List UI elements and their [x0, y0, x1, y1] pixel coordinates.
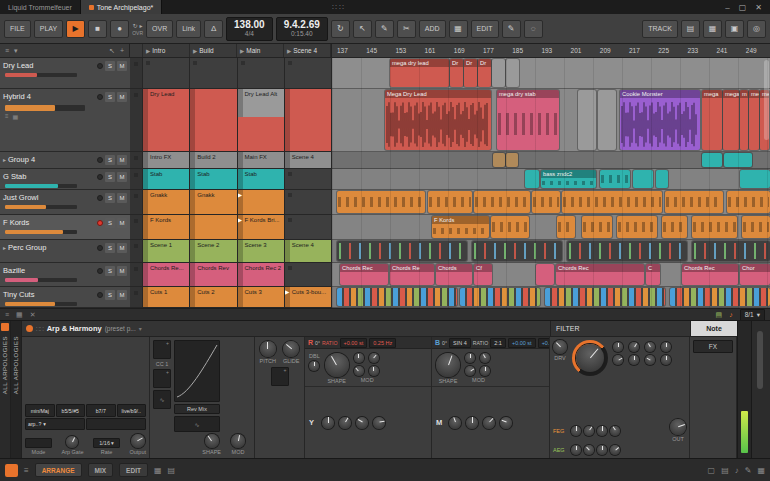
arranger-clip[interactable]	[493, 153, 505, 167]
arranger-clip[interactable]	[742, 216, 770, 238]
cutoff-knob[interactable]	[572, 340, 608, 376]
chord-button-2[interactable]: b5/5/#5	[56, 404, 86, 417]
arranger-clip[interactable]	[656, 170, 668, 188]
arranger-clip[interactable]	[740, 170, 770, 188]
shape-knob[interactable]	[205, 434, 219, 448]
device-sidebar-tab-2[interactable]: ALL ARPOLOGIES	[11, 321, 22, 458]
solo-button[interactable]: S	[105, 266, 115, 276]
device-power-button[interactable]	[26, 325, 33, 332]
overdub-mini-label[interactable]: OVR	[132, 30, 143, 36]
track-row[interactable]: Dry LeadSM	[0, 58, 130, 89]
note-tab[interactable]: Note	[690, 321, 737, 336]
mixer-icon[interactable]: ▦	[449, 20, 468, 38]
arp-pattern-select[interactable]: arp..? ▾	[25, 418, 85, 430]
arranger-track-lane[interactable]: mega dry leadDrDrDr	[332, 58, 770, 89]
scene-play-icon[interactable]: ▶	[240, 48, 244, 54]
aeg-knob-1[interactable]	[571, 445, 581, 455]
mod-source-4[interactable]: +	[271, 367, 289, 386]
tempo-value[interactable]: 138.00	[234, 19, 265, 30]
clip-cell[interactable]: Cuts 1	[143, 287, 190, 307]
clip-cell[interactable]: ▶	[238, 190, 285, 214]
scene-header-2[interactable]: ▶Build	[190, 44, 237, 57]
add-icon[interactable]: +	[120, 47, 124, 54]
arranger-track-lane[interactable]: bass zndc2	[332, 169, 770, 190]
mod-source-3[interactable]: ∿	[153, 390, 171, 409]
arranger-clip[interactable]	[337, 191, 425, 213]
arranger-clip[interactable]: mega	[702, 90, 722, 150]
clip-cell[interactable]: Scene 1	[143, 240, 190, 262]
clip-cell[interactable]: Stab	[190, 169, 237, 189]
browser-panel-icon[interactable]: ▢	[708, 466, 716, 475]
scene-play-icon[interactable]: ▶	[193, 48, 197, 54]
collapse-icon[interactable]: ▾	[14, 47, 18, 55]
clip-cell[interactable]: Main FX	[238, 152, 285, 168]
mute-button[interactable]: M	[117, 243, 127, 253]
record-arm-button[interactable]	[97, 94, 103, 100]
arranger-clip[interactable]: Chords Rec	[340, 264, 388, 285]
project-tab-2[interactable]: Tone Archipelago*	[81, 0, 162, 14]
mod-source-2[interactable]: +	[153, 369, 171, 388]
arranger-clip[interactable]: Mega Dry Lead	[385, 90, 491, 150]
clear-icon[interactable]: ✕	[30, 311, 36, 319]
grid-resolution-select[interactable]: 8/1 ▾	[740, 309, 765, 321]
clip-cell[interactable]: Scene 2	[190, 240, 237, 262]
arranger-clip[interactable]	[337, 288, 457, 306]
filter-section-header[interactable]: FILTER	[550, 321, 690, 336]
add-track-button[interactable]: ADD	[419, 20, 446, 38]
time-signature[interactable]: 4/4	[245, 30, 254, 37]
osc-r-shape-knob[interactable]	[325, 353, 349, 377]
scene-header-4[interactable]: ▶Scene 4	[284, 44, 331, 57]
feg-knob-2[interactable]	[584, 426, 594, 436]
mix-view-button[interactable]: MIX	[88, 463, 114, 477]
arranger-track-lane[interactable]: F Kords	[332, 215, 770, 240]
inspector-panel-icon[interactable]: ▤	[721, 466, 729, 475]
arranger-clip[interactable]: Dr	[464, 59, 477, 87]
osc-r-mode-select[interactable]: RATIO	[322, 340, 337, 346]
rev-mix-button[interactable]: Rev Mix	[174, 404, 220, 414]
arranger-clip[interactable]: bass zndc2	[541, 170, 596, 188]
clip-cell[interactable]: Stab	[143, 169, 190, 189]
scene-play-icon[interactable]: ▶	[146, 48, 150, 54]
track-row[interactable]: Just GrowlSM	[0, 190, 130, 215]
arranger-clip[interactable]	[460, 288, 540, 306]
metronome-button[interactable]: Δ	[204, 20, 223, 38]
solo-button[interactable]: S	[105, 243, 115, 253]
record-arm-button[interactable]	[97, 174, 103, 180]
arranger-track-lane[interactable]: Chords RecChords ReChordsCfChords RecCCh…	[332, 263, 770, 287]
m-knob-3[interactable]	[483, 417, 495, 429]
clip-cell[interactable]: Build 2	[190, 152, 237, 168]
edit-view-button[interactable]: EDIT	[119, 463, 148, 477]
time-value[interactable]: 0:15.40	[291, 30, 313, 37]
arranger-clip[interactable]: me	[749, 90, 759, 150]
osc-r-phase[interactable]: 0°	[315, 340, 320, 346]
chord-button-3[interactable]: b7/7	[86, 404, 116, 417]
record-arm-button[interactable]	[97, 220, 103, 226]
arranger-clip[interactable]	[670, 288, 770, 306]
m-knob-1[interactable]	[449, 417, 461, 429]
solo-button[interactable]: S	[105, 193, 115, 203]
filter-knob-2[interactable]	[629, 342, 639, 352]
clip-stop-button[interactable]	[130, 169, 143, 189]
y-knob-3[interactable]	[356, 417, 368, 429]
osc-r-mod-knob-2[interactable]	[369, 353, 379, 363]
mod-knob[interactable]	[231, 434, 245, 448]
loop-icon[interactable]: ↻	[133, 22, 138, 29]
clip-cell[interactable]	[285, 169, 332, 189]
arranger-clip[interactable]: Dr	[450, 59, 463, 87]
arranger-clip[interactable]	[727, 191, 770, 213]
device-preset-select[interactable]: (preset p...	[105, 325, 136, 332]
arrange-view-button[interactable]: ARRANGE	[35, 463, 82, 477]
clip-cell[interactable]: Intro FX	[143, 152, 190, 168]
drive-knob[interactable]	[553, 340, 567, 354]
arranger-clip[interactable]: Chords Re	[390, 264, 434, 285]
y-knob-1[interactable]	[322, 417, 334, 429]
osc-b-phase[interactable]: 0°	[442, 340, 447, 346]
filter-knob-6[interactable]	[629, 355, 639, 365]
arranger-clip[interactable]	[617, 216, 657, 238]
arranger-clip[interactable]	[506, 153, 518, 167]
clip-stop-button[interactable]	[130, 240, 143, 262]
record-arm-button[interactable]	[97, 292, 103, 298]
mute-button[interactable]: M	[117, 172, 127, 182]
knife-tool-icon[interactable]: ✂	[397, 20, 416, 38]
sends-icon[interactable]: ▦	[13, 113, 19, 120]
